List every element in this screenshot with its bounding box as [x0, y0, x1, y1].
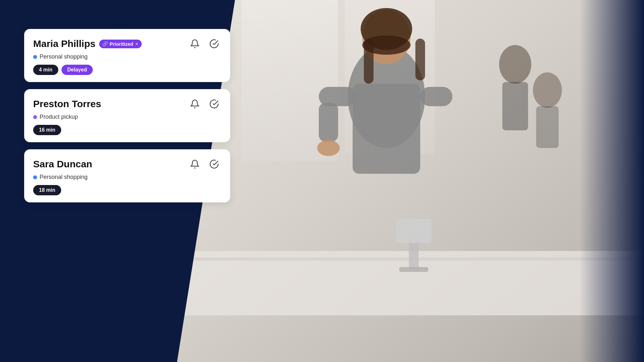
link-icon: 🔗	[102, 41, 108, 46]
tags-row-preston: 16 min	[33, 125, 221, 135]
service-dot-preston	[33, 115, 37, 119]
service-label-preston: Product pickup	[40, 114, 78, 120]
service-label-maria: Personal shopping	[40, 53, 88, 60]
badge-close-button[interactable]: ×	[136, 42, 138, 46]
svg-rect-17	[409, 243, 419, 269]
status-tag-maria: Delayed	[62, 65, 93, 75]
check-button-preston[interactable]	[207, 97, 221, 111]
svg-rect-18	[399, 267, 428, 272]
svg-rect-13	[420, 87, 452, 106]
svg-point-19	[499, 45, 531, 84]
card-title-section-sara: Sara Duncan	[33, 158, 92, 170]
tags-row-maria: 4 min Delayed	[33, 65, 221, 75]
card-actions-preston	[188, 97, 221, 111]
card-sara: Sara Duncan Personal sho	[24, 149, 230, 202]
service-line-maria: Personal shopping	[33, 53, 221, 60]
time-tag-maria: 4 min	[33, 65, 58, 75]
bell-button-preston[interactable]	[188, 97, 202, 111]
badge-label: Prioritized	[109, 41, 133, 47]
prioritized-badge[interactable]: 🔗 Prioritized ×	[99, 40, 142, 48]
tags-row-sara: 18 min	[33, 185, 221, 195]
svg-rect-9	[415, 39, 425, 80]
card-preston: Preston Torres Product p	[24, 89, 230, 142]
service-dot-sara	[33, 175, 37, 179]
background-scene	[177, 0, 644, 362]
svg-rect-14	[319, 103, 338, 142]
svg-rect-22	[536, 106, 559, 148]
card-actions-sara	[188, 157, 221, 171]
svg-rect-20	[502, 82, 528, 130]
svg-point-10	[362, 35, 411, 55]
bell-icon-preston	[190, 99, 200, 109]
check-button-sara[interactable]	[207, 157, 221, 171]
card-title-section: Maria Phillips 🔗 Prioritized ×	[33, 38, 142, 50]
dark-right-overlay	[580, 0, 644, 362]
customer-name-maria: Maria Phillips	[33, 38, 95, 50]
check-circle-icon-maria	[209, 39, 219, 49]
bell-button-maria[interactable]	[188, 37, 202, 51]
card-title-section-preston: Preston Torres	[33, 98, 101, 110]
svg-rect-11	[353, 84, 420, 174]
service-line-sara: Personal shopping	[33, 174, 221, 181]
svg-point-21	[533, 72, 562, 108]
card-maria: Maria Phillips 🔗 Prioritized ×	[24, 29, 230, 82]
time-tag-preston: 16 min	[33, 125, 61, 135]
bell-icon-sara	[190, 159, 200, 169]
card-actions-maria	[188, 37, 221, 51]
service-dot-maria	[33, 55, 37, 59]
service-label-sara: Personal shopping	[40, 174, 88, 181]
background-photo	[177, 0, 644, 362]
time-tag-sara: 18 min	[33, 185, 61, 195]
bell-button-sara[interactable]	[188, 157, 202, 171]
svg-rect-16	[396, 219, 431, 243]
check-circle-icon-sara	[209, 159, 219, 169]
service-line-preston: Product pickup	[33, 114, 221, 120]
bell-icon-maria	[190, 39, 200, 49]
cards-container: Maria Phillips 🔗 Prioritized ×	[24, 29, 230, 202]
customer-name-sara: Sara Duncan	[33, 158, 92, 170]
check-circle-icon-preston	[209, 99, 219, 109]
check-button-maria[interactable]	[207, 37, 221, 51]
customer-name-preston: Preston Torres	[33, 98, 101, 110]
svg-point-15	[317, 140, 340, 156]
